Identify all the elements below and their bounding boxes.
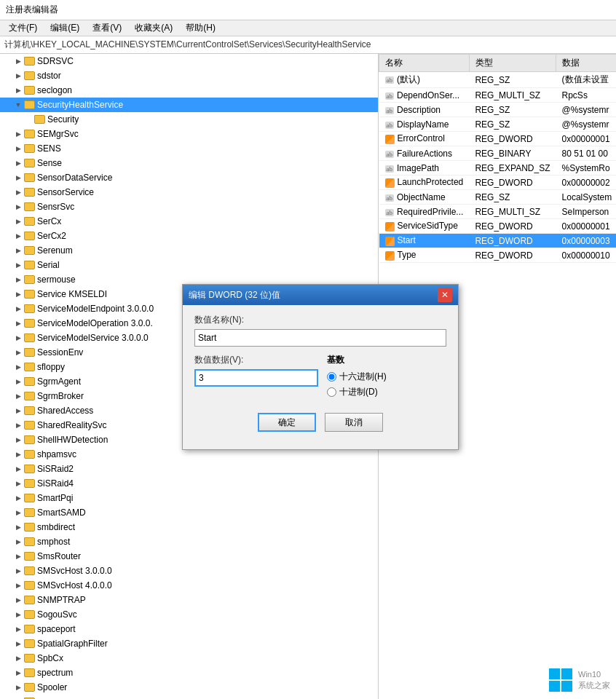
tree-item-SpbCx[interactable]: SpbCx [0,651,378,666]
expand-arrow[interactable] [13,508,23,518]
tree-item-seclogon[interactable]: seclogon [0,83,378,98]
tree-item-SMSvcHost4[interactable]: SMSvcHost 4.0.0.0 [0,578,378,593]
expand-arrow[interactable] [13,668,23,678]
expand-arrow[interactable] [13,275,23,285]
expand-arrow[interactable] [13,85,23,95]
tree-item-SENS[interactable]: SENS [0,141,378,156]
table-row[interactable]: abDescriptionREG_SZ@%systemr [379,103,617,117]
expand-arrow[interactable] [13,624,23,634]
tree-item-SmsRouter[interactable]: SmsRouter [0,549,378,564]
tree-item-SmartPqi[interactable]: SmartPqi [0,491,378,505]
expand-arrow[interactable] [13,391,23,401]
expand-arrow[interactable] [13,682,23,692]
expand-arrow[interactable] [13,231,23,241]
dialog-ok-button[interactable]: 确定 [258,413,316,432]
expand-arrow[interactable] [13,333,23,343]
expand-arrow[interactable] [13,478,23,489]
dialog-close-button[interactable]: ✕ [438,288,452,302]
tree-item-SpatialGraphFilter[interactable]: SpatialGraphFilter [0,636,378,651]
dialog-cancel-button[interactable]: 取消 [325,413,383,432]
tree-item-Spooler[interactable]: Spooler [0,680,378,695]
expand-arrow[interactable] [13,318,23,328]
tree-item-smbdirect[interactable]: smbdirect [0,520,378,534]
dialog-dec-radio[interactable] [327,387,336,397]
tree-item-SMSvcHost3[interactable]: SMSvcHost 3.0.0.0 [0,564,378,578]
table-row[interactable]: abRequiredPrivile...REG_MULTI_SZSeImpers… [379,205,617,219]
dialog-hex-radio[interactable] [327,372,336,382]
dialog-name-input[interactable] [194,329,446,347]
col-type[interactable]: 类型 [469,55,556,72]
menu-file[interactable]: 文件(F) [3,20,43,36]
expand-arrow[interactable] [13,609,23,620]
expand-arrow[interactable] [13,56,23,66]
table-row[interactable]: LaunchProtectedREG_DWORD0x00000002 [379,175,617,190]
expand-arrow[interactable] [13,449,23,459]
table-row[interactable]: abObjectNameREG_SZLocalSystem [379,190,617,205]
menu-edit[interactable]: 编辑(E) [44,20,85,36]
tree-item-sppsvc[interactable]: sppsvc [0,695,378,699]
expand-arrow[interactable] [13,260,23,270]
table-row[interactable]: ServiceSidTypeREG_DWORD0x00000001 [379,219,617,234]
expand-arrow[interactable] [13,551,23,561]
menu-help[interactable]: 帮助(H) [180,20,221,36]
expand-arrow[interactable] [13,464,23,474]
expand-arrow[interactable] [13,653,23,663]
tree-item-spaceport[interactable]: spaceport [0,622,378,636]
expand-arrow[interactable] [13,143,23,154]
menu-view[interactable]: 查看(V) [87,20,127,36]
expand-arrow[interactable] [13,537,23,547]
tree-item-Serenum[interactable]: Serenum [0,243,378,258]
col-data[interactable]: 数据 [556,55,616,72]
tree-item-SNMPTRAP[interactable]: SNMPTRAP [0,593,378,607]
table-row[interactable]: ab(默认)REG_SZ(数值未设置 [379,72,617,88]
tree-item-sdstor[interactable]: sdstor [0,68,378,83]
tree-item-Sense[interactable]: Sense [0,156,378,170]
table-row[interactable]: abFailureActionsREG_BINARY80 51 01 00 [379,146,617,161]
expand-arrow[interactable] [13,158,23,168]
tree-item-SDRSVC[interactable]: SDRSVC [0,54,378,68]
dialog-hex-option[interactable]: 十六进制(H) [327,371,387,383]
tree-item-Serial[interactable]: Serial [0,258,378,272]
table-row[interactable]: StartREG_DWORD0x00000003 [379,234,617,248]
tree-item-SiSRaid4[interactable]: SiSRaid4 [0,476,378,491]
expand-arrow[interactable] [13,173,23,183]
expand-arrow[interactable] [13,347,23,358]
tree-item-SensorService[interactable]: SensorService [0,185,378,200]
tree-item-Security[interactable]: Security [0,112,378,127]
expand-arrow[interactable] [13,362,23,372]
expand-arrow[interactable] [13,435,23,445]
tree-item-SecurityHealthService[interactable]: SecurityHealthService [0,98,378,112]
expand-arrow[interactable] [13,376,23,387]
tree-item-SerCx2[interactable]: SerCx2 [0,229,378,243]
expand-arrow[interactable] [13,304,23,314]
dialog-dec-option[interactable]: 十进制(D) [327,386,387,398]
expand-arrow[interactable] [13,129,23,139]
tree-item-SEMgrSvc[interactable]: SEMgrSvc [0,127,378,141]
expand-arrow[interactable] [13,580,23,591]
expand-arrow[interactable] [13,289,23,299]
expand-arrow[interactable] [13,71,23,81]
tree-item-SensorDataService[interactable]: SensorDataService [0,170,378,185]
expand-arrow[interactable] [13,406,23,416]
table-row[interactable]: abDependOnSer...REG_MULTI_SZRpcSs [379,88,617,103]
expand-arrow[interactable] [13,522,23,532]
expand-arrow[interactable] [13,639,23,649]
tree-item-SmartSAMD[interactable]: SmartSAMD [0,505,378,520]
expand-arrow[interactable] [13,245,23,256]
tree-item-smphost[interactable]: smphost [0,534,378,549]
tree-item-SiSRaid2[interactable]: SiSRaid2 [0,462,378,476]
expand-arrow[interactable] [13,420,23,430]
expand-arrow[interactable] [13,493,23,503]
table-row[interactable]: ErrorControlREG_DWORD0x00000001 [379,132,617,146]
expand-arrow[interactable] [13,566,23,576]
menu-favorites[interactable]: 收藏夹(A) [129,20,178,36]
expand-arrow[interactable] [13,187,23,197]
tree-item-SensrSvc[interactable]: SensrSvc [0,200,378,214]
dialog-data-input[interactable] [194,369,318,387]
expand-arrow[interactable] [13,100,23,110]
expand-arrow[interactable] [13,216,23,226]
tree-item-SogouSvc[interactable]: SogouSvc [0,607,378,622]
tree-item-SerCx[interactable]: SerCx [0,214,378,229]
expand-arrow[interactable] [13,202,23,212]
table-row[interactable]: abDisplayNameREG_SZ@%systemr [379,117,617,132]
